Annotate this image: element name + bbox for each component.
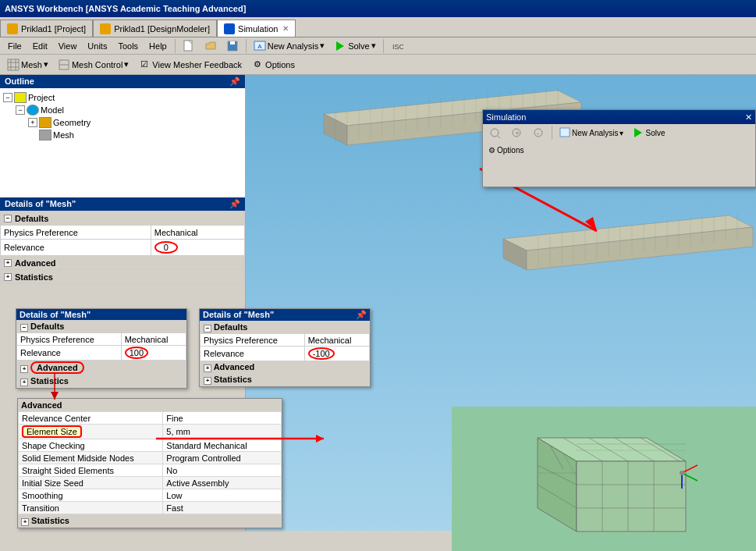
mesh1-adv-row: + Advanced — [17, 361, 186, 375]
adv-val-2[interactable]: Standard Mechanical — [163, 439, 282, 452]
sim-options-label: Options — [497, 146, 524, 155]
solve-btn[interactable]: Solve ▾ — [330, 37, 380, 55]
adv-table-panel[interactable]: Advanced Relevance Center Fine Element S… — [17, 398, 282, 528]
sim-new-analysis-label: New Analysis — [572, 129, 618, 137]
sim-window-title: Simulation ✕ — [483, 110, 755, 124]
adv-row-0: Relevance Center Fine — [19, 412, 282, 425]
mesh2-adv-toggle[interactable]: + — [204, 364, 211, 372]
new-analysis-btn[interactable]: A New Analysis ▾ — [250, 37, 328, 55]
tree-expand-project[interactable]: − — [3, 93, 12, 102]
mesh-label: Mesh — [21, 60, 42, 69]
svg-rect-8 — [8, 59, 19, 70]
outline-header: Outline 📌 — [0, 75, 245, 88]
mesh1-physics-val[interactable]: Mechanical — [121, 333, 186, 346]
mesh-control-btn[interactable]: Mesh Control ▾ — [54, 56, 133, 73]
save-icon — [226, 40, 239, 52]
tree-geometry[interactable]: + Geometry — [3, 116, 242, 129]
view-mesher-btn[interactable]: ☑ View Mesher Feedback — [134, 56, 246, 73]
mesh2-relevance-val[interactable]: -100 — [304, 347, 369, 361]
sim-window-close[interactable]: ✕ — [745, 112, 752, 123]
mesh-panel-1-title: Details of "Mesh" — [20, 310, 91, 319]
adv-val-4[interactable]: No — [163, 464, 282, 477]
tree-project[interactable]: − Project — [3, 91, 242, 104]
options-btn[interactable]: ⚙ Options — [247, 56, 299, 73]
sim-zoom-btn[interactable] — [484, 126, 505, 140]
details-pin[interactable]: 📌 — [229, 199, 240, 209]
menu-bar: File Edit View Units Tools Help A New An… — [0, 37, 756, 55]
mesh1-defaults-toggle[interactable]: − — [20, 324, 28, 332]
tab-close-sim[interactable]: ✕ — [282, 24, 289, 33]
adv-val-1[interactable]: 5, mm — [163, 425, 282, 439]
adv-stats-label: Statistics — [31, 516, 69, 525]
relevance-value[interactable]: 0 — [151, 240, 244, 256]
statistics-section-main[interactable]: + Statistics — [1, 272, 244, 283]
adv-key-2: Shape Checking — [19, 439, 163, 452]
statistics-toggle[interactable]: + — [4, 273, 12, 281]
toolbar-save-btn[interactable] — [222, 37, 243, 55]
mesh-panel-2-header: Details of "Mesh" 📌 — [200, 309, 370, 321]
mesh2-defaults-toggle[interactable]: − — [204, 325, 211, 332]
tree-mesh[interactable]: Mesh — [3, 129, 242, 141]
adv-val-6[interactable]: Low — [163, 489, 282, 502]
menu-tools[interactable]: Tools — [113, 40, 143, 52]
outline-title: Outline — [5, 76, 34, 87]
mesh-dropdown[interactable]: ▾ — [44, 59, 48, 69]
mesh-panel-2[interactable]: Details of "Mesh" 📌 − Defaults Physics P… — [199, 308, 371, 387]
adv-val-0[interactable]: Fine — [163, 412, 282, 425]
menu-help[interactable]: Help — [144, 40, 172, 52]
menu-view[interactable]: View — [54, 40, 82, 52]
tb-icon1[interactable]: ISO — [387, 37, 407, 55]
tab-icon-dm — [100, 23, 111, 34]
menu-file[interactable]: File — [3, 40, 27, 52]
outline-pin[interactable]: 📌 — [229, 76, 240, 87]
adv-val-3[interactable]: Program Controlled — [163, 452, 282, 464]
tree-expand-model[interactable]: − — [16, 105, 25, 115]
mesh-btn[interactable]: Mesh ▾ — [3, 56, 52, 73]
mesh2-physics-val[interactable]: Mechanical — [304, 334, 369, 347]
mesh-control-dropdown[interactable]: ▾ — [124, 59, 129, 69]
advanced-section-main[interactable]: + Advanced — [1, 258, 244, 268]
details-title: Details of "Mesh" — [5, 199, 76, 209]
toolbar-open-btn[interactable] — [201, 37, 221, 55]
mesh1-adv-label[interactable]: Advanced — [30, 361, 84, 374]
advanced-toggle[interactable]: + — [4, 259, 12, 267]
mesh-control-icon — [58, 59, 70, 71]
mesh1-stats-toggle[interactable]: + — [20, 379, 28, 386]
sim-solve-label: Solve — [645, 129, 665, 137]
sim-zoom-in-btn[interactable]: + — [506, 126, 527, 140]
tab-priklad1-project[interactable]: Priklad1 [Project] — [0, 20, 93, 37]
defaults-toggle[interactable]: − — [4, 215, 12, 222]
sim-zoom-out-btn[interactable]: - — [528, 126, 548, 140]
mesh-panel-1[interactable]: Details of "Mesh" − Defaults Physics Pre… — [16, 308, 187, 389]
sim-options-btn[interactable]: ⚙ Options — [484, 143, 527, 157]
tree-model[interactable]: − Model — [3, 104, 242, 116]
tab-simulation[interactable]: Simulation ✕ — [217, 20, 296, 37]
adv-stats-section[interactable]: + Statistics — [18, 514, 282, 528]
adv-val-7[interactable]: Fast — [163, 502, 282, 514]
mesh1-adv-toggle[interactable]: + — [20, 365, 28, 373]
section-defaults: − Defaults — [1, 212, 245, 226]
tab-priklad1-dm[interactable]: Priklad1 [DesignModeler] — [93, 20, 217, 37]
mesh1-defaults-label: Defaults — [30, 322, 64, 331]
menu-units[interactable]: Units — [83, 40, 112, 52]
adv-stats-toggle[interactable]: + — [21, 518, 29, 526]
sim-window[interactable]: Simulation ✕ + - New Analysis▾ Solve — [482, 109, 756, 187]
advanced-label: Advanced — [15, 258, 56, 268]
mesh-panel-2-pin[interactable]: 📌 — [356, 310, 367, 320]
mesh2-stats-toggle[interactable]: + — [204, 377, 211, 385]
mesh1-relevance-val[interactable]: 100 — [121, 346, 186, 361]
menu-edit[interactable]: Edit — [28, 40, 52, 52]
adv-row-4: Straight Sided Elements No — [19, 464, 282, 477]
adv-val-5[interactable]: Active Assembly — [163, 477, 282, 489]
defaults-section[interactable]: − Defaults — [1, 213, 244, 224]
tree-expand-geom[interactable]: + — [28, 118, 37, 127]
toolbar-new-btn[interactable] — [179, 37, 199, 55]
tree-label-geom: Geometry — [53, 118, 91, 127]
sim-new-analysis-btn[interactable]: New Analysis▾ — [555, 126, 627, 140]
svg-rect-61 — [560, 128, 570, 137]
new-analysis-dropdown[interactable]: ▾ — [320, 41, 325, 51]
adv-table-inner: Relevance Center Fine Element Size 5, mm… — [18, 411, 282, 514]
sim-solve-btn[interactable]: Solve — [629, 126, 669, 140]
solve-dropdown[interactable]: ▾ — [371, 41, 376, 51]
physics-value[interactable]: Mechanical — [151, 226, 244, 240]
